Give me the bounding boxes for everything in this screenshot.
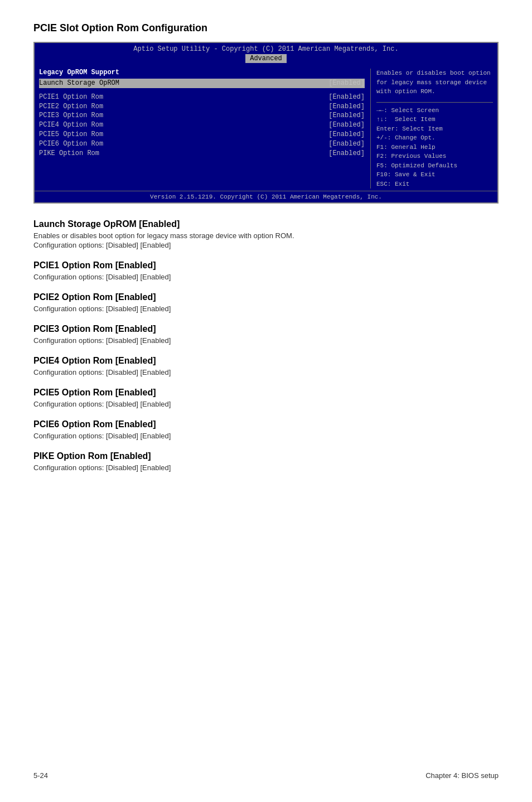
section-heading-pcie5: PCIE5 Option Rom [Enabled]: [33, 388, 499, 398]
bios-item-label-pcie5: PCIE5 Option Rom: [39, 130, 103, 139]
bios-item-label-pcie1: PCIE1 Option Rom: [39, 93, 103, 102]
bios-body: Legacy OpROM Support Launch Storage OpRO…: [35, 64, 497, 191]
bios-item-pcie2[interactable]: PCIE2 Option Rom [Enabled]: [39, 102, 365, 112]
section-pcie4: PCIE4 Option Rom [Enabled] Configuration…: [33, 356, 499, 376]
bios-key-5: F1: General Help: [376, 143, 493, 152]
bios-key-8: F10: Save & Exit: [376, 170, 493, 180]
bios-item-pcie4[interactable]: PCIE4 Option Rom [Enabled]: [39, 120, 365, 130]
bios-item-value-pcie6: [Enabled]: [328, 139, 365, 149]
section-pcie5: PCIE5 Option Rom [Enabled] Configuration…: [33, 388, 499, 408]
bios-item-pcie3[interactable]: PCIE3 Option Rom [Enabled]: [39, 111, 365, 120]
section-pcie1: PCIE1 Option Rom [Enabled] Configuration…: [33, 260, 499, 281]
config-options-pike: Configuration options: [Disabled] [Enabl…: [33, 463, 499, 472]
section-heading-launch: Launch Storage OpROM [Enabled]: [33, 219, 499, 229]
config-options-pcie1: Configuration options: [Disabled] [Enabl…: [33, 273, 499, 281]
config-options-launch: Configuration options: [Disabled] [Enabl…: [33, 241, 499, 249]
bios-item-value-pcie4: [Enabled]: [328, 120, 365, 130]
bios-item-label-pike: PIKE Option Rom: [39, 149, 99, 158]
section-desc-launch: Enables or disables boot option for lega…: [33, 231, 499, 240]
config-options-pcie6: Configuration options: [Disabled] [Enabl…: [33, 432, 499, 440]
bios-key-7: F5: Optimized Defaults: [376, 161, 493, 171]
bios-item-value-pike: [Enabled]: [328, 149, 365, 158]
section-pcie6: PCIE6 Option Rom [Enabled] Configuration…: [33, 419, 499, 440]
section-pcie2: PCIE2 Option Rom [Enabled] Configuration…: [33, 292, 499, 313]
bios-active-tab: Advanced: [245, 54, 287, 63]
bios-key-6: F2: Previous Values: [376, 152, 493, 161]
bios-section-label: Legacy OpROM Support: [39, 69, 365, 76]
bios-key-2: ↑↓: Select Item: [376, 115, 493, 124]
section-launch-storage: Launch Storage OpROM [Enabled] Enables o…: [33, 219, 499, 249]
bios-item-value-pcie1: [Enabled]: [328, 93, 365, 102]
bios-right-panel: Enables or disables boot option for lega…: [370, 69, 493, 189]
section-heading-pcie6: PCIE6 Option Rom [Enabled]: [33, 419, 499, 429]
bios-keys: →←: Select Screen ↑↓: Select Item Enter:…: [376, 102, 493, 189]
section-heading-pike: PIKE Option Rom [Enabled]: [33, 451, 499, 461]
bios-item-pcie5[interactable]: PCIE5 Option Rom [Enabled]: [39, 130, 365, 139]
bios-item-pcie6[interactable]: PCIE6 Option Rom [Enabled]: [39, 139, 365, 149]
bios-help-text: Enables or disables boot option for lega…: [376, 69, 493, 96]
bios-item-label-pcie6: PCIE6 Option Rom: [39, 139, 103, 149]
bios-header-text: Aptio Setup Utility - Copyright (C) 2011…: [39, 45, 493, 53]
bios-footer: Version 2.15.1219. Copyright (C) 2011 Am…: [35, 191, 497, 202]
bios-key-9: ESC: Exit: [376, 180, 493, 189]
section-pike: PIKE Option Rom [Enabled] Configuration …: [33, 451, 499, 472]
bios-item-value-launch: [Enabled]: [328, 79, 365, 88]
section-heading-pcie1: PCIE1 Option Rom [Enabled]: [33, 260, 499, 270]
bios-item-pcie1[interactable]: PCIE1 Option Rom [Enabled]: [39, 93, 365, 102]
bios-key-4: +/-: Change Opt.: [376, 133, 493, 143]
bios-left-panel: Legacy OpROM Support Launch Storage OpRO…: [39, 69, 370, 189]
footer-chapter: Chapter 4: BIOS setup: [425, 771, 499, 780]
bios-item-label-pcie3: PCIE3 Option Rom: [39, 111, 103, 120]
bios-item-launch-storage[interactable]: Launch Storage OpROM [Enabled]: [39, 79, 365, 88]
bios-key-3: Enter: Select Item: [376, 124, 493, 134]
bios-key-1: →←: Select Screen: [376, 106, 493, 115]
page-footer: 5-24 Chapter 4: BIOS setup: [33, 771, 499, 780]
config-options-pcie2: Configuration options: [Disabled] [Enabl…: [33, 305, 499, 313]
section-heading-pcie2: PCIE2 Option Rom [Enabled]: [33, 292, 499, 302]
config-options-pcie3: Configuration options: [Disabled] [Enabl…: [33, 336, 499, 345]
bios-header: Aptio Setup Utility - Copyright (C) 2011…: [35, 43, 497, 64]
bios-item-value-pcie3: [Enabled]: [328, 111, 365, 120]
bios-item-label-pcie2: PCIE2 Option Rom: [39, 102, 103, 112]
bios-item-label-launch: Launch Storage OpROM: [39, 79, 119, 88]
page-title: PCIE Slot Option Rom Configuration: [33, 22, 499, 34]
section-pcie3: PCIE3 Option Rom [Enabled] Configuration…: [33, 324, 499, 345]
bios-item-label-pcie4: PCIE4 Option Rom: [39, 120, 103, 130]
section-heading-pcie3: PCIE3 Option Rom [Enabled]: [33, 324, 499, 334]
config-options-pcie4: Configuration options: [Disabled] [Enabl…: [33, 368, 499, 376]
footer-page-number: 5-24: [33, 771, 48, 780]
bios-screen: Aptio Setup Utility - Copyright (C) 2011…: [33, 42, 499, 204]
bios-item-value-pcie5: [Enabled]: [328, 130, 365, 139]
section-heading-pcie4: PCIE4 Option Rom [Enabled]: [33, 356, 499, 366]
bios-item-pike[interactable]: PIKE Option Rom [Enabled]: [39, 149, 365, 158]
config-options-pcie5: Configuration options: [Disabled] [Enabl…: [33, 400, 499, 408]
bios-item-value-pcie2: [Enabled]: [328, 102, 365, 112]
